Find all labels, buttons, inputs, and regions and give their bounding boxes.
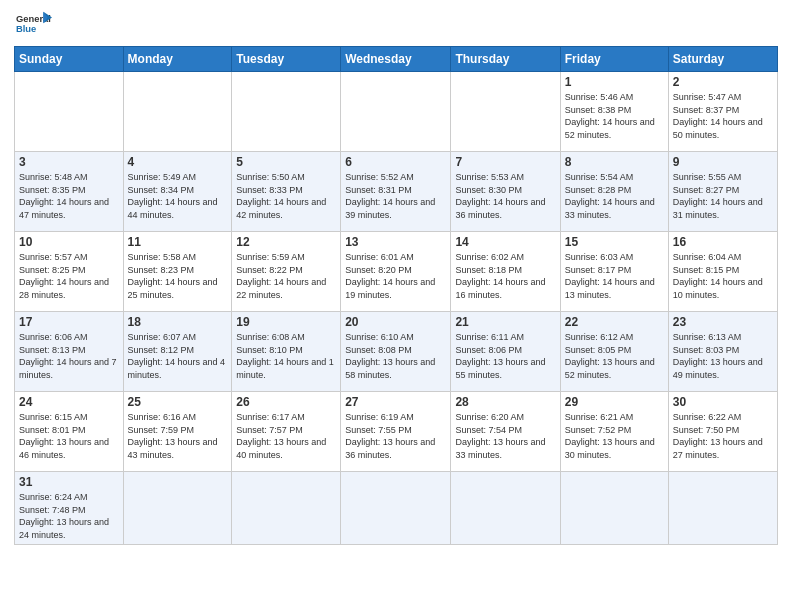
calendar-cell xyxy=(15,72,124,152)
day-info: Sunrise: 6:21 AM Sunset: 7:52 PM Dayligh… xyxy=(565,411,664,461)
weekday-header-monday: Monday xyxy=(123,47,232,72)
day-number: 18 xyxy=(128,315,228,329)
day-info: Sunrise: 6:06 AM Sunset: 8:13 PM Dayligh… xyxy=(19,331,119,381)
day-info: Sunrise: 5:53 AM Sunset: 8:30 PM Dayligh… xyxy=(455,171,555,221)
calendar-cell: 12Sunrise: 5:59 AM Sunset: 8:22 PM Dayli… xyxy=(232,232,341,312)
day-info: Sunrise: 5:57 AM Sunset: 8:25 PM Dayligh… xyxy=(19,251,119,301)
calendar-cell: 8Sunrise: 5:54 AM Sunset: 8:28 PM Daylig… xyxy=(560,152,668,232)
calendar-cell: 5Sunrise: 5:50 AM Sunset: 8:33 PM Daylig… xyxy=(232,152,341,232)
calendar-cell: 11Sunrise: 5:58 AM Sunset: 8:23 PM Dayli… xyxy=(123,232,232,312)
calendar-week-row: 1Sunrise: 5:46 AM Sunset: 8:38 PM Daylig… xyxy=(15,72,778,152)
calendar-cell xyxy=(560,472,668,545)
calendar-cell: 6Sunrise: 5:52 AM Sunset: 8:31 PM Daylig… xyxy=(341,152,451,232)
calendar-cell xyxy=(451,72,560,152)
calendar-cell: 31Sunrise: 6:24 AM Sunset: 7:48 PM Dayli… xyxy=(15,472,124,545)
page: General Blue SundayMondayTuesdayWednesda… xyxy=(0,0,792,555)
calendar-cell xyxy=(123,472,232,545)
day-info: Sunrise: 6:20 AM Sunset: 7:54 PM Dayligh… xyxy=(455,411,555,461)
calendar-cell: 26Sunrise: 6:17 AM Sunset: 7:57 PM Dayli… xyxy=(232,392,341,472)
calendar-cell: 20Sunrise: 6:10 AM Sunset: 8:08 PM Dayli… xyxy=(341,312,451,392)
day-number: 21 xyxy=(455,315,555,329)
day-info: Sunrise: 6:08 AM Sunset: 8:10 PM Dayligh… xyxy=(236,331,336,381)
calendar-week-row: 31Sunrise: 6:24 AM Sunset: 7:48 PM Dayli… xyxy=(15,472,778,545)
weekday-header-row: SundayMondayTuesdayWednesdayThursdayFrid… xyxy=(15,47,778,72)
day-info: Sunrise: 6:15 AM Sunset: 8:01 PM Dayligh… xyxy=(19,411,119,461)
calendar-cell: 9Sunrise: 5:55 AM Sunset: 8:27 PM Daylig… xyxy=(668,152,777,232)
day-number: 30 xyxy=(673,395,773,409)
day-number: 3 xyxy=(19,155,119,169)
day-number: 24 xyxy=(19,395,119,409)
day-info: Sunrise: 6:22 AM Sunset: 7:50 PM Dayligh… xyxy=(673,411,773,461)
day-number: 23 xyxy=(673,315,773,329)
day-info: Sunrise: 6:13 AM Sunset: 8:03 PM Dayligh… xyxy=(673,331,773,381)
day-number: 17 xyxy=(19,315,119,329)
calendar-cell: 25Sunrise: 6:16 AM Sunset: 7:59 PM Dayli… xyxy=(123,392,232,472)
calendar-cell: 18Sunrise: 6:07 AM Sunset: 8:12 PM Dayli… xyxy=(123,312,232,392)
calendar-cell: 19Sunrise: 6:08 AM Sunset: 8:10 PM Dayli… xyxy=(232,312,341,392)
calendar-cell: 22Sunrise: 6:12 AM Sunset: 8:05 PM Dayli… xyxy=(560,312,668,392)
day-info: Sunrise: 6:10 AM Sunset: 8:08 PM Dayligh… xyxy=(345,331,446,381)
calendar-cell: 16Sunrise: 6:04 AM Sunset: 8:15 PM Dayli… xyxy=(668,232,777,312)
calendar-week-row: 17Sunrise: 6:06 AM Sunset: 8:13 PM Dayli… xyxy=(15,312,778,392)
day-number: 10 xyxy=(19,235,119,249)
day-info: Sunrise: 5:55 AM Sunset: 8:27 PM Dayligh… xyxy=(673,171,773,221)
logo-area: General Blue xyxy=(14,10,52,42)
day-info: Sunrise: 6:01 AM Sunset: 8:20 PM Dayligh… xyxy=(345,251,446,301)
day-info: Sunrise: 6:03 AM Sunset: 8:17 PM Dayligh… xyxy=(565,251,664,301)
calendar-cell: 13Sunrise: 6:01 AM Sunset: 8:20 PM Dayli… xyxy=(341,232,451,312)
calendar-cell: 27Sunrise: 6:19 AM Sunset: 7:55 PM Dayli… xyxy=(341,392,451,472)
calendar-week-row: 24Sunrise: 6:15 AM Sunset: 8:01 PM Dayli… xyxy=(15,392,778,472)
calendar-cell: 7Sunrise: 5:53 AM Sunset: 8:30 PM Daylig… xyxy=(451,152,560,232)
weekday-header-tuesday: Tuesday xyxy=(232,47,341,72)
calendar-cell: 21Sunrise: 6:11 AM Sunset: 8:06 PM Dayli… xyxy=(451,312,560,392)
day-info: Sunrise: 5:52 AM Sunset: 8:31 PM Dayligh… xyxy=(345,171,446,221)
day-number: 15 xyxy=(565,235,664,249)
header: General Blue xyxy=(14,10,778,42)
day-info: Sunrise: 6:17 AM Sunset: 7:57 PM Dayligh… xyxy=(236,411,336,461)
calendar-cell: 23Sunrise: 6:13 AM Sunset: 8:03 PM Dayli… xyxy=(668,312,777,392)
day-number: 8 xyxy=(565,155,664,169)
day-info: Sunrise: 5:58 AM Sunset: 8:23 PM Dayligh… xyxy=(128,251,228,301)
day-info: Sunrise: 6:12 AM Sunset: 8:05 PM Dayligh… xyxy=(565,331,664,381)
calendar-cell: 10Sunrise: 5:57 AM Sunset: 8:25 PM Dayli… xyxy=(15,232,124,312)
day-number: 29 xyxy=(565,395,664,409)
day-info: Sunrise: 5:47 AM Sunset: 8:37 PM Dayligh… xyxy=(673,91,773,141)
day-number: 4 xyxy=(128,155,228,169)
calendar-cell xyxy=(341,472,451,545)
weekday-header-sunday: Sunday xyxy=(15,47,124,72)
day-number: 9 xyxy=(673,155,773,169)
day-number: 27 xyxy=(345,395,446,409)
calendar-cell xyxy=(668,472,777,545)
day-info: Sunrise: 5:54 AM Sunset: 8:28 PM Dayligh… xyxy=(565,171,664,221)
calendar-table: SundayMondayTuesdayWednesdayThursdayFrid… xyxy=(14,46,778,545)
calendar-week-row: 10Sunrise: 5:57 AM Sunset: 8:25 PM Dayli… xyxy=(15,232,778,312)
calendar-week-row: 3Sunrise: 5:48 AM Sunset: 8:35 PM Daylig… xyxy=(15,152,778,232)
day-number: 25 xyxy=(128,395,228,409)
day-number: 31 xyxy=(19,475,119,489)
day-info: Sunrise: 5:50 AM Sunset: 8:33 PM Dayligh… xyxy=(236,171,336,221)
day-info: Sunrise: 5:46 AM Sunset: 8:38 PM Dayligh… xyxy=(565,91,664,141)
day-number: 28 xyxy=(455,395,555,409)
day-info: Sunrise: 6:04 AM Sunset: 8:15 PM Dayligh… xyxy=(673,251,773,301)
day-info: Sunrise: 6:19 AM Sunset: 7:55 PM Dayligh… xyxy=(345,411,446,461)
day-info: Sunrise: 6:24 AM Sunset: 7:48 PM Dayligh… xyxy=(19,491,119,541)
calendar-cell: 29Sunrise: 6:21 AM Sunset: 7:52 PM Dayli… xyxy=(560,392,668,472)
logo: General Blue xyxy=(14,10,52,42)
day-number: 12 xyxy=(236,235,336,249)
weekday-header-saturday: Saturday xyxy=(668,47,777,72)
calendar-cell: 28Sunrise: 6:20 AM Sunset: 7:54 PM Dayli… xyxy=(451,392,560,472)
day-number: 2 xyxy=(673,75,773,89)
day-info: Sunrise: 6:11 AM Sunset: 8:06 PM Dayligh… xyxy=(455,331,555,381)
day-number: 26 xyxy=(236,395,336,409)
day-number: 1 xyxy=(565,75,664,89)
calendar-cell: 15Sunrise: 6:03 AM Sunset: 8:17 PM Dayli… xyxy=(560,232,668,312)
day-info: Sunrise: 5:49 AM Sunset: 8:34 PM Dayligh… xyxy=(128,171,228,221)
calendar-cell xyxy=(451,472,560,545)
weekday-header-wednesday: Wednesday xyxy=(341,47,451,72)
day-info: Sunrise: 5:48 AM Sunset: 8:35 PM Dayligh… xyxy=(19,171,119,221)
day-number: 19 xyxy=(236,315,336,329)
calendar-cell: 30Sunrise: 6:22 AM Sunset: 7:50 PM Dayli… xyxy=(668,392,777,472)
day-number: 7 xyxy=(455,155,555,169)
day-number: 13 xyxy=(345,235,446,249)
calendar-cell xyxy=(341,72,451,152)
